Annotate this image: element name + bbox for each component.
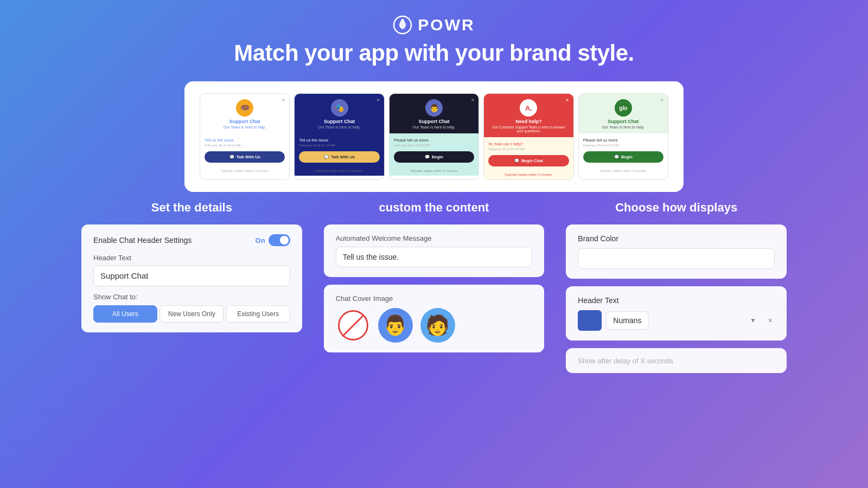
card-footer-2: Typically replies within 5 minutes. bbox=[295, 167, 384, 176]
middle-column-title: custom the content bbox=[379, 201, 489, 215]
page-header: POWR Match your app with your brand styl… bbox=[234, 0, 634, 73]
close-icon-5: × bbox=[660, 97, 663, 103]
card-message-5: Please tell us more. bbox=[583, 138, 663, 143]
preview-card-4: × A. Need help? Our Customer Support Tea… bbox=[483, 93, 573, 180]
card-footer-4: Typically replies within 5 minutes. bbox=[484, 171, 573, 179]
card-footer-5: Typically replies within 5 minutes. bbox=[579, 167, 668, 176]
audience-all-users[interactable]: All Users bbox=[93, 305, 157, 323]
avatar-5: glo bbox=[615, 99, 632, 117]
header-text-right-label: Header Text bbox=[578, 296, 775, 305]
card-time-1: February 28 at 04:16 PM bbox=[205, 144, 285, 147]
card-btn-label-4: Begin Chat bbox=[521, 158, 543, 163]
card-title-2: Support Chat bbox=[324, 119, 355, 124]
card-message-4: Hi, how can I help? bbox=[488, 142, 569, 146]
show-chat-to-label: Show Chat to: bbox=[93, 293, 290, 301]
font-select-wrapper: Numans ▼ bbox=[606, 311, 761, 330]
card-btn-label-3: Begin bbox=[432, 155, 443, 159]
logo-row: POWR bbox=[234, 15, 634, 35]
chat-icon-1: 💬 bbox=[229, 155, 234, 159]
avatar-1: 🍩 bbox=[236, 99, 253, 117]
no-image-icon bbox=[337, 309, 369, 342]
preview-card-5: × glo Support Chat Our Team is here to h… bbox=[578, 93, 668, 180]
avatar-options-row: 👨 🧑 bbox=[336, 308, 533, 343]
card-title-1: Support Chat bbox=[229, 119, 260, 124]
toggle-group[interactable]: On bbox=[256, 234, 290, 246]
toggle-switch[interactable] bbox=[269, 234, 290, 246]
card-cta-4[interactable]: 💬 Begin Chat bbox=[488, 155, 569, 166]
chat-icon-2: 💬 bbox=[324, 155, 329, 159]
headline: Match your app with your brand style. bbox=[234, 40, 634, 66]
powr-logo-icon bbox=[393, 15, 412, 35]
preview-card-1: × 🍩 Support Chat Our Team is here to hel… bbox=[200, 93, 290, 180]
header-text-input[interactable] bbox=[93, 265, 290, 286]
avatar-4: A. bbox=[520, 99, 537, 117]
card-footer-3: Typically replies within 5 minutes. bbox=[390, 167, 478, 176]
card-time-5: February 28 at 04:15 PM bbox=[583, 144, 663, 147]
card-message-3: Please tell us more. bbox=[394, 138, 474, 143]
avatar-2: 🎭 bbox=[331, 99, 348, 117]
card-cta-2[interactable]: 💬 Talk With Us bbox=[299, 151, 379, 163]
card-btn-label-1: Talk With Us bbox=[237, 155, 260, 159]
left-column-title: Set the details bbox=[151, 201, 232, 215]
color-swatch[interactable] bbox=[578, 248, 775, 269]
header-text-label: Header Text bbox=[93, 254, 290, 262]
delay-card: Show after delay of X seconds bbox=[566, 348, 787, 373]
card-time-4: February 28 at 04:15 PM bbox=[488, 147, 569, 151]
cover-image-label: Chat Cover Image bbox=[336, 294, 533, 303]
card-time-3: February 28 at 04:15 PM bbox=[394, 144, 474, 147]
header-text-right-card: Header Text Numans ▼ × bbox=[566, 286, 787, 341]
preview-card-3: × 👨 Support Chat Our Team is here to hel… bbox=[389, 93, 479, 180]
cover-image-card: Chat Cover Image 👨 🧑 bbox=[324, 285, 545, 352]
card-time-2: February 28 at 04:14 PM bbox=[299, 144, 379, 147]
left-column: Set the details Enable Chat Header Setti… bbox=[81, 201, 302, 373]
close-icon-4: × bbox=[566, 97, 569, 103]
close-icon-2: × bbox=[376, 97, 380, 103]
preview-container: × 🍩 Support Chat Our Team is here to hel… bbox=[184, 81, 684, 192]
toggle-on-text: On bbox=[256, 236, 265, 245]
welcome-message-card: Automated Welcome Message bbox=[324, 224, 545, 277]
brand-color-card: Brand Color bbox=[566, 224, 787, 279]
chevron-down-icon: ▼ bbox=[750, 317, 756, 324]
card-cta-3[interactable]: 💬 Begin bbox=[394, 151, 474, 163]
color-input-row bbox=[578, 248, 775, 269]
card-subtitle-4: Our Customer Support Team is here to ans… bbox=[488, 125, 569, 133]
enable-chat-row: Enable Chat Header Settings On bbox=[93, 234, 290, 246]
card-title-3: Support Chat bbox=[419, 119, 450, 124]
card-subtitle-1: Our Team is here to help. bbox=[224, 125, 266, 129]
middle-column: custom the content Automated Welcome Mes… bbox=[324, 201, 545, 373]
delay-placeholder-text: Show after delay of X seconds bbox=[578, 357, 673, 365]
chat-icon-5: 💬 bbox=[614, 155, 619, 159]
bottom-section: Set the details Enable Chat Header Setti… bbox=[81, 201, 787, 373]
card-btn-label-2: Talk With Us bbox=[331, 155, 355, 159]
card-title-4: Need help? bbox=[515, 119, 542, 124]
right-column: Choose how displays Brand Color Header T… bbox=[566, 201, 787, 373]
audience-existing-users[interactable]: Existing Users bbox=[226, 305, 290, 323]
close-icon-3: × bbox=[471, 97, 474, 103]
avatar-no-image[interactable] bbox=[336, 308, 371, 343]
card-cta-5[interactable]: 💬 Begin bbox=[583, 151, 663, 163]
brand-color-label: Brand Color bbox=[578, 234, 775, 243]
card-subtitle-3: Our Team is here to help. bbox=[413, 125, 455, 129]
font-select[interactable]: Numans bbox=[606, 311, 649, 330]
enable-chat-label: Enable Chat Header Settings bbox=[93, 236, 192, 245]
card-cta-1[interactable]: 💬 Talk With Us bbox=[205, 151, 285, 163]
audience-new-users[interactable]: New Users Only bbox=[159, 305, 224, 323]
card-title-5: Support Chat bbox=[608, 119, 639, 124]
font-select-row: Numans ▼ × bbox=[578, 310, 775, 331]
welcome-msg-input[interactable] bbox=[336, 247, 533, 267]
preview-card-2: × 🎭 Support Chat Our Team is here to hel… bbox=[294, 93, 384, 180]
header-text-group: Header Text bbox=[93, 254, 290, 286]
card-message-2: Tell us the issue. bbox=[299, 138, 379, 143]
avatar-man-1[interactable]: 👨 bbox=[378, 308, 413, 343]
left-settings-card: Enable Chat Header Settings On Header Te… bbox=[81, 224, 302, 332]
right-column-title: Choose how displays bbox=[615, 201, 737, 215]
font-color-picker[interactable] bbox=[578, 310, 602, 331]
avatar-man-2[interactable]: 🧑 bbox=[420, 308, 455, 343]
chat-icon-4: 💬 bbox=[514, 158, 519, 163]
card-btn-label-5: Begin bbox=[621, 155, 633, 159]
card-subtitle-2: Our Team is here to help. bbox=[318, 125, 360, 129]
clear-font-button[interactable]: × bbox=[766, 316, 775, 325]
audience-radio-group: All Users New Users Only Existing Users bbox=[93, 305, 290, 323]
card-footer-1: Typically replies within 5 minutes. bbox=[200, 167, 289, 176]
logo-text: POWR bbox=[418, 16, 475, 34]
